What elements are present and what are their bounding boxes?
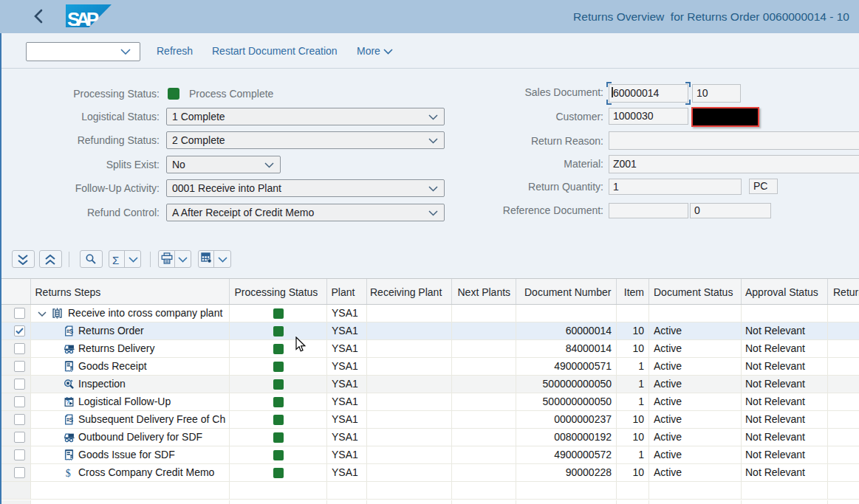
svg-text:SAP: SAP [67, 8, 99, 27]
